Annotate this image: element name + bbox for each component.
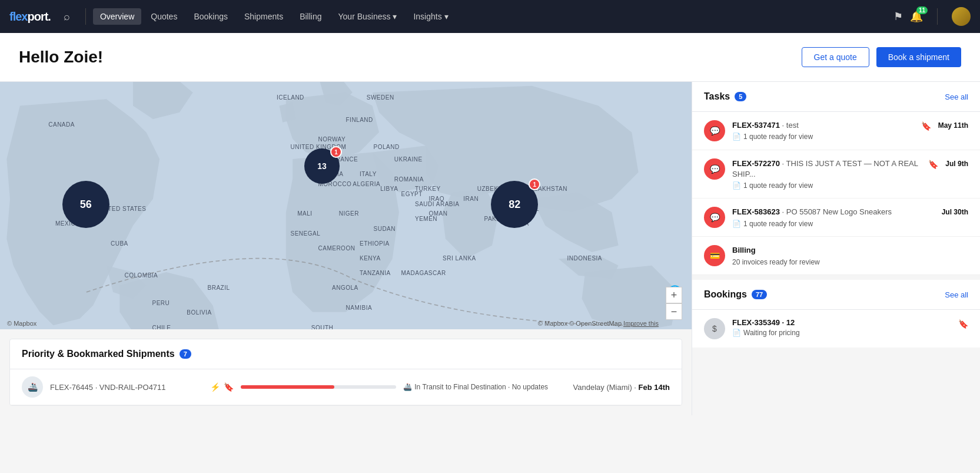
booking-1-content: FLEX-335349 · 12 📄 Waiting for pricing xyxy=(732,318,951,337)
booking-1-sub: 📄 Waiting for pricing xyxy=(732,329,951,337)
lightning-icon[interactable]: ⚡ xyxy=(210,382,220,392)
task-2-bookmark[interactable]: 🔖 xyxy=(928,160,938,169)
booking-1-title: FLEX-335349 · 12 xyxy=(732,318,951,327)
nav-item-quotes[interactable]: Quotes xyxy=(144,8,184,25)
navbar: flexport. ⌕ Overview Quotes Bookings Shi… xyxy=(0,0,980,33)
improve-map-link[interactable]: Improve this xyxy=(623,320,659,327)
shipment-status: 🚢 In Transit to Final Destination · No u… xyxy=(403,383,559,391)
billing-sub: 20 invoices ready for review xyxy=(732,258,968,266)
nav-item-insights[interactable]: Insights ▾ xyxy=(406,8,455,25)
cluster-europe[interactable]: 13 1 xyxy=(304,148,340,184)
task-1-avatar: 💬 xyxy=(704,120,725,141)
task-item-1: 💬 FLEX-537471 · test 📄 1 quote ready for… xyxy=(692,112,980,150)
shipment-row: 🚢 FLEX-76445 · VND-RAIL-PO4711 ⚡ 🔖 xyxy=(10,369,682,405)
nav-item-shipments[interactable]: Shipments xyxy=(237,8,290,25)
logo[interactable]: flexport. xyxy=(9,10,51,24)
map-attribution: © Mapbox © OpenStreetMap Improve this xyxy=(538,320,659,327)
header-actions: Get a quote Book a shipment xyxy=(802,47,961,67)
nav-divider xyxy=(85,8,86,25)
shipment-actions: ⚡ 🔖 xyxy=(210,382,234,392)
get-quote-button[interactable]: Get a quote xyxy=(802,47,869,67)
tasks-section: Tasks 5 See all 💬 FLEX-537471 · test 📄 1… xyxy=(692,82,980,275)
nav-item-your-business[interactable]: Your Business ▾ xyxy=(331,8,404,25)
billing-content: Billing 20 invoices ready for review xyxy=(732,245,968,266)
task-2-date: Jul 9th xyxy=(945,158,968,168)
right-column: Tasks 5 See all 💬 FLEX-537471 · test 📄 1… xyxy=(692,82,980,415)
bookmark-icon[interactable]: 🔖 xyxy=(224,382,234,392)
task-1-content: FLEX-537471 · test 📄 1 quote ready for v… xyxy=(732,120,914,141)
bookings-header: Bookings 77 See all xyxy=(692,280,980,310)
task-item-billing: 💳 Billing 20 invoices ready for review xyxy=(692,237,980,275)
progress-bar-fill xyxy=(241,385,334,389)
progress-container xyxy=(241,385,396,389)
task-1-date: May 11th xyxy=(938,120,968,130)
task-item-3: 💬 FLEX-583623 · PO 55087 New Logo Sneake… xyxy=(692,199,980,237)
mapbox-logo: © Mapbox xyxy=(7,320,36,327)
task-1-sub: 📄 1 quote ready for view xyxy=(732,133,914,141)
task-3-content: FLEX-583623 · PO 55087 New Logo Sneakers… xyxy=(732,207,918,227)
main-content: CANADA MEXICO UNITED STATES CUBA COLOMBI… xyxy=(0,82,980,415)
shipment-id: FLEX-76445 · VND-RAIL-PO4711 xyxy=(50,383,203,392)
priority-header: Priority & Bookmarked Shipments 7 xyxy=(10,339,682,369)
nav-right: ⚑ 🔔 11 xyxy=(893,7,971,26)
bookings-section: Bookings 77 See all $ FLEX-335349 · 12 📄… xyxy=(692,275,980,348)
tasks-title: Tasks xyxy=(704,91,730,102)
progress-bar-bg xyxy=(241,385,396,389)
priority-badge: 7 xyxy=(180,349,191,359)
task-3-avatar: 💬 xyxy=(704,207,725,228)
book-shipment-button[interactable]: Book a shipment xyxy=(876,47,961,67)
notification-icon[interactable]: 🔔 11 xyxy=(910,10,923,23)
avatar-image xyxy=(952,7,971,26)
zoom-in-button[interactable]: + xyxy=(666,287,682,303)
shipment-destination-info: Vandelay (Miami) · Feb 14th xyxy=(573,383,670,392)
notification-badge: 11 xyxy=(916,6,928,14)
task-item-2: 💬 FLEX-572270 · THIS IS JUST A TEST — NO… xyxy=(692,150,980,199)
task-3-sub: 📄 1 quote ready for view xyxy=(732,220,918,228)
booking-item-1: $ FLEX-335349 · 12 📄 Waiting for pricing… xyxy=(692,310,980,348)
priority-title: Priority & Bookmarked Shipments xyxy=(22,349,175,359)
task-3-title: FLEX-583623 · PO 55087 New Logo Sneakers xyxy=(732,207,918,217)
map-zoom-controls: + − xyxy=(666,287,682,320)
task-2-sub: 📄 1 quote ready for view xyxy=(732,181,921,190)
bookings-title: Bookings xyxy=(704,289,747,300)
task-1-bookmark[interactable]: 🔖 xyxy=(921,121,931,131)
bookings-see-all[interactable]: See all xyxy=(945,290,968,299)
tasks-see-all[interactable]: See all xyxy=(945,92,968,101)
nav-item-bookings[interactable]: Bookings xyxy=(187,8,235,25)
cluster-asia[interactable]: 82 1 xyxy=(491,181,538,228)
nav-right-divider xyxy=(937,8,938,25)
shipment-mode-icon: 🚢 xyxy=(22,376,43,398)
task-3-date: Jul 30th xyxy=(942,207,968,216)
tasks-badge: 5 xyxy=(735,92,746,101)
bookings-badge: 77 xyxy=(752,290,767,299)
zoom-out-button[interactable]: − xyxy=(666,303,682,320)
cluster-americas[interactable]: 56 xyxy=(62,181,109,228)
search-icon[interactable]: ⌕ xyxy=(60,7,74,27)
left-column: CANADA MEXICO UNITED STATES CUBA COLOMBI… xyxy=(0,82,692,415)
tasks-header: Tasks 5 See all xyxy=(692,82,980,112)
map-background: CANADA MEXICO UNITED STATES CUBA COLOMBI… xyxy=(0,82,692,329)
task-2-content: FLEX-572270 · THIS IS JUST A TEST — NOT … xyxy=(732,158,921,190)
booking-1-avatar: $ xyxy=(704,318,725,339)
shipment-info: FLEX-76445 · VND-RAIL-PO4711 xyxy=(50,383,203,392)
nav-items: Overview Quotes Bookings Shipments Billi… xyxy=(93,8,893,25)
task-2-title: FLEX-572270 · THIS IS JUST A TEST — NOT … xyxy=(732,158,921,180)
nav-item-overview[interactable]: Overview xyxy=(93,8,141,25)
task-1-title: FLEX-537471 · test xyxy=(732,120,914,131)
shipment-destination: Vandelay (Miami) · Feb 14th xyxy=(573,383,670,392)
page-header: Hello Zoie! Get a quote Book a shipment xyxy=(0,33,980,82)
billing-avatar: 💳 xyxy=(704,245,725,266)
billing-title: Billing xyxy=(732,245,968,256)
booking-1-bookmark[interactable]: 🔖 xyxy=(958,319,968,329)
page-title: Hello Zoie! xyxy=(19,48,103,67)
flag-icon[interactable]: ⚑ xyxy=(893,10,903,23)
user-avatar[interactable] xyxy=(952,7,971,26)
priority-shipments-section: Priority & Bookmarked Shipments 7 🚢 FLEX… xyxy=(9,339,682,406)
task-2-avatar: 💬 xyxy=(704,158,725,180)
world-map: CANADA MEXICO UNITED STATES CUBA COLOMBI… xyxy=(0,82,692,329)
nav-item-billing[interactable]: Billing xyxy=(293,8,328,25)
